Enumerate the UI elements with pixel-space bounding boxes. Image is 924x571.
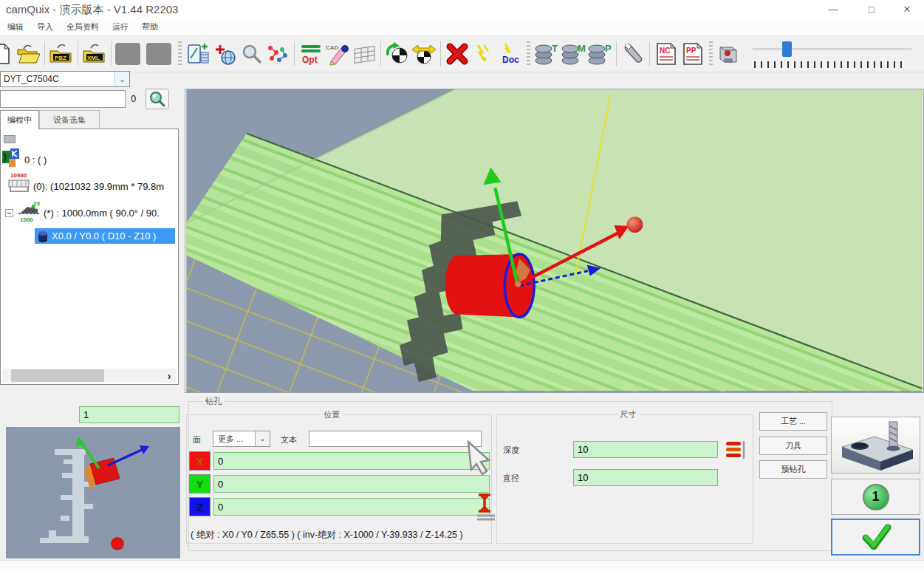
depth-reference-icon[interactable] [476,490,498,522]
flip-view-button[interactable] [411,38,437,69]
scroll-right-icon[interactable]: › [162,369,177,383]
zoom-button[interactable] [238,38,264,69]
cad-button[interactable]: CAD [324,38,351,69]
recent-file-2-button[interactable] [146,38,172,69]
db-tools-button[interactable]: T [533,38,560,69]
rotate-view-button[interactable] [384,38,411,69]
slider-handle[interactable] [782,41,792,57]
svg-text:Opt: Opt [302,55,318,65]
add-position-button[interactable] [211,38,238,69]
slider-track[interactable] [753,48,911,50]
svg-text:XML: XML [87,54,100,61]
cross-section-preview[interactable] [6,427,180,558]
app-window: camQuix - 演示版本 - V1.44 R2203 — □ ✕ 编辑 导入… [0,0,924,571]
svg-text:Doc: Doc [502,55,519,65]
tree-hscrollbar[interactable]: › [2,369,177,383]
machine-icon [716,41,742,66]
z-coordinate-input[interactable] [213,498,490,516]
tab-programming[interactable]: 编程中 [0,110,39,129]
simulate-button[interactable] [470,38,497,69]
x-axis-sphere [627,216,643,233]
x-axis-button[interactable]: X [189,451,211,471]
delete-button[interactable] [444,38,470,69]
quantity-button[interactable]: 1 [831,479,920,515]
face-dropdown[interactable]: 更多 ... ⌄ [213,431,270,447]
pp-file-icon: PP [681,42,705,66]
diameter-input[interactable] [573,469,718,486]
chevron-down-icon[interactable]: ⌄ [255,431,270,446]
menu-global-data[interactable]: 全局资料 [66,21,99,33]
zoom-slider[interactable] [747,39,920,69]
table-view-button[interactable] [351,38,377,69]
collapse-icon[interactable] [5,209,13,217]
viewport-3d[interactable] [185,89,924,393]
pp-export-button[interactable]: PP [680,38,706,69]
tree-item-piece[interactable]: (*) : 1000.0mm ( 90.0° / 90. [44,208,160,219]
svg-text:NC: NC [660,47,670,55]
menu-import[interactable]: 导入 [37,21,53,33]
settings-button[interactable] [620,38,646,69]
tree-item-hole-label: X0.0 / Y0.0 ( D10 - Z10 ) [52,230,156,242]
tree-item-order[interactable]: 0 : ( ) [24,154,47,165]
toolbar-separator [111,41,112,66]
recent-file-1-button[interactable] [114,38,141,69]
db-postprocessor-button[interactable]: P [586,38,613,69]
quantity-value: 1 [872,489,879,505]
rotate-arrow-icon [385,42,410,66]
search-button[interactable] [146,89,169,109]
tab-devices[interactable]: 设备选集 [39,110,100,129]
operation-image-button[interactable] [831,417,920,473]
svg-text:M: M [578,43,586,54]
new-file-button[interactable] [0,38,15,69]
tool-button-label: 刀具 [785,440,801,451]
profile-select[interactable]: DYT_C7504C ⌄ [0,71,130,87]
menu-help[interactable]: 帮助 [142,21,158,33]
predrill-button[interactable]: 预钻孔 [759,460,827,479]
database-p-icon: P [586,41,613,66]
menu-run[interactable]: 运行 [112,21,129,33]
measure-points-button[interactable] [264,38,291,69]
tree-item2-badge: 10930 [10,172,27,179]
import-profile-button[interactable] [185,38,211,69]
open-xml-button[interactable]: XML [81,38,108,69]
clipboard-plus-icon [186,42,210,66]
minimize-icon[interactable]: — [821,1,846,18]
depth-mode-icon[interactable] [725,438,748,462]
machine-button[interactable] [716,38,742,69]
y-axis-button[interactable]: Y [189,474,211,493]
confirm-button[interactable] [831,519,920,555]
slider-ticks [754,61,902,68]
tree-item-bar[interactable]: (0): (1021032 39.9mm * 79.8m [33,181,164,192]
diameter-label: 直径 [503,473,519,484]
chevron-down-icon[interactable]: ⌄ [114,72,129,86]
doc-button[interactable]: Doc [497,38,524,69]
face-dropdown-value: 更多 ... [218,434,243,443]
y-coordinate-input[interactable] [213,475,490,493]
tree-item-hole-selected[interactable]: X0.0 / Y0.0 ( D10 - Z10 ) [35,228,175,244]
preview-reference-dot [111,537,124,550]
nc-export-button[interactable]: NC [653,38,680,69]
menu-bar: 编辑 导入 全局资料 运行 帮助 [0,19,924,35]
preview-background [6,427,180,558]
search-input[interactable] [0,90,126,108]
open-pbz-button[interactable]: PBZ [48,38,75,69]
x-coordinate-input[interactable] [213,452,490,470]
menu-edit[interactable]: 编辑 [7,21,24,33]
svg-text:PP: PP [686,47,697,55]
open-file-button[interactable] [15,38,41,69]
db-machine-button[interactable]: M [560,38,586,69]
process-button[interactable]: 工艺 ... [759,412,827,431]
tree-hscroll-thumb[interactable] [11,369,104,382]
optimize-icon: Opt [299,42,323,66]
text-label: 文本 [281,434,297,445]
optimize-button[interactable]: Opt [298,38,324,69]
z-axis-button[interactable]: Z [189,497,211,516]
maximize-icon[interactable]: □ [859,1,884,18]
mouse-cursor-icon [462,440,492,479]
piece-counter-input[interactable] [79,406,179,423]
tool-button[interactable]: 刀具 [759,437,827,455]
depth-input[interactable] [573,441,718,458]
hole-text-input[interactable] [309,431,482,447]
close-icon[interactable]: ✕ [894,1,920,18]
job-tree[interactable]: 0 : ( ) 10930 (0): (1021032 39.9mm * 79.… [0,129,179,385]
